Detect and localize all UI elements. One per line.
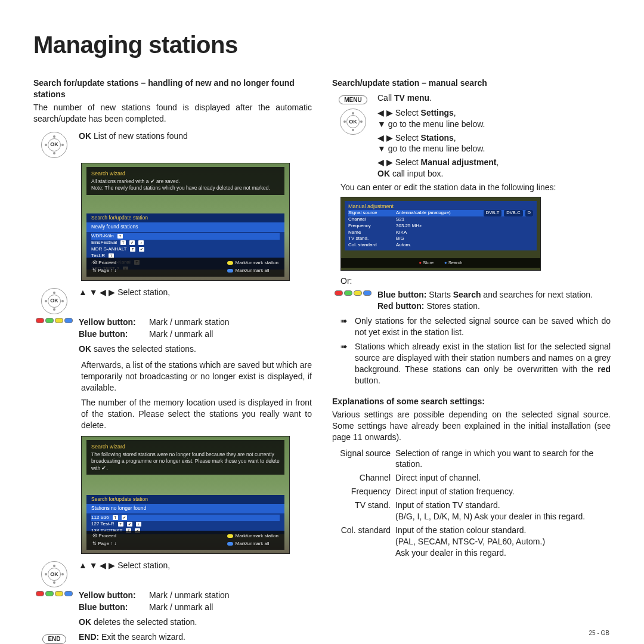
explanations-para: Various settings are possible depending … <box>332 409 611 443</box>
select-settings-row: ◀ ▶ Select Settings, <box>377 107 611 119</box>
end-exit-row: END: Exit the search wizard. <box>79 631 312 643</box>
bullet-2: Stations which already exist in the stat… <box>355 341 611 386</box>
afterwards-para1: Afterwards, a list of the stations which… <box>81 360 312 394</box>
section-heading-right: Search/update station – manual search <box>332 78 611 89</box>
osd-screenshot-2: Search wizard The following stored stati… <box>81 436 290 554</box>
bullet-arrow-icon: ➠ <box>340 341 349 386</box>
bullet-1: Only stations for the selected signal so… <box>355 315 611 338</box>
explanations-heading: Explanations of some search settings: <box>332 396 611 407</box>
select-manual-row: ◀ ▶ Select Manual adjustment, <box>377 157 611 168</box>
afterwards-para2: The number of the memory location used i… <box>81 397 312 431</box>
right-column: Search/update station – manual search ME… <box>332 76 611 644</box>
ok-call-input-row: OK call input box. <box>377 168 611 179</box>
section-heading: Search for/update stations – handling of… <box>33 78 312 100</box>
osd2-note: The following stored stations were no lo… <box>91 451 280 472</box>
blue-button-row: Blue button:Mark / unmark all <box>79 329 312 340</box>
red-button-store-row: Red button: Stores station. <box>377 301 611 312</box>
select-station-row: ▲ ▼ ◀ ▶ Select station, <box>79 287 312 298</box>
explanations-table: Signal sourceSelection of range in which… <box>332 448 611 559</box>
left-column: Search for/update stations – handling of… <box>33 76 312 644</box>
osd1-note2: Note: The newly found stations which you… <box>91 185 280 191</box>
ok-nav-icon: OK <box>33 131 75 158</box>
osd1-note1: All stations marked with a ✔ are saved. <box>91 178 280 185</box>
osd1-title: Search wizard <box>91 170 280 177</box>
ok-list-found-text: OK List of new stations found <box>79 131 312 142</box>
intro-para: The number of new stations found is disp… <box>33 102 312 125</box>
blue-button-search-row: Blue button: Starts Search and searches … <box>377 289 611 301</box>
osd-screenshot-3: Manual adjustment Signal sourceAntenna/c… <box>340 197 541 271</box>
enter-edit-para: You can enter or edit the station data i… <box>340 182 611 193</box>
goto-line-1: ▼ go to the menu line below. <box>377 119 611 130</box>
page-title: Managing stations <box>33 29 611 61</box>
color-buttons-icon <box>33 317 75 323</box>
osd-screenshot-1: Search wizard All stations marked with a… <box>81 163 290 281</box>
select-stations-row: ◀ ▶ Select Stations, <box>377 132 611 144</box>
page-footer: 25 - GB <box>589 629 609 637</box>
call-tv-menu-row: Call TV menu. <box>377 92 611 104</box>
ok-saves-row: OK saves the selected stations. <box>79 343 312 355</box>
end-pill-icon: END <box>42 634 66 644</box>
yellow-button-row: Yellow button:Mark / unmark station <box>79 317 312 328</box>
menu-pill-icon: MENU <box>339 95 367 105</box>
or-label: Or: <box>340 275 611 287</box>
goto-line-2: ▼ go to the menu line below. <box>377 143 611 154</box>
two-column-layout: Search for/update stations – handling of… <box>33 76 611 644</box>
bullet-arrow-icon: ➠ <box>340 315 349 338</box>
osd2-title: Search wizard <box>91 443 280 450</box>
osd1-tab1: Search for/update station <box>86 213 284 222</box>
osd1-tab2: Newly found stations <box>86 222 284 231</box>
ok-deletes-row: OK deletes the selected station. <box>79 617 312 628</box>
select-station-row-2: ▲ ▼ ◀ ▶ Select station, <box>79 560 312 571</box>
ok-nav-icon: OK <box>33 287 75 314</box>
